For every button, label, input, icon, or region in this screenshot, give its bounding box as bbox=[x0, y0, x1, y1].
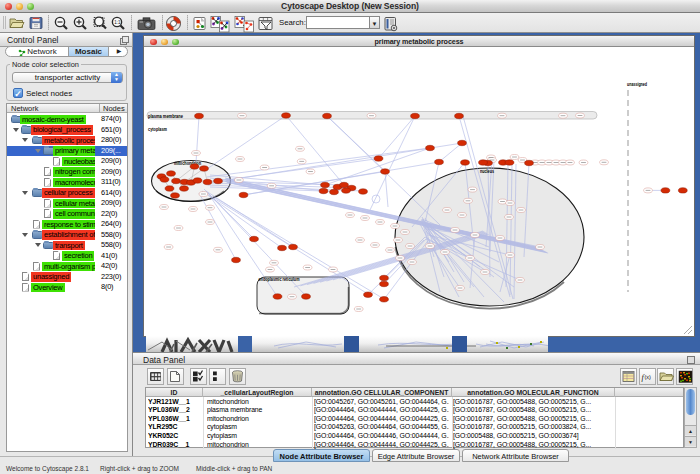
svg-text:unassigned: unassigned bbox=[627, 82, 647, 87]
svg-text:(x): (x) bbox=[645, 374, 652, 380]
svg-text:plasma membrane: plasma membrane bbox=[148, 114, 183, 119]
svg-text:cytoplasm: cytoplasm bbox=[148, 127, 167, 132]
svg-text:endoplasmic reticulum: endoplasmic reticulum bbox=[259, 277, 300, 282]
svg-text:nucleus: nucleus bbox=[480, 169, 494, 174]
svg-text:1:1: 1:1 bbox=[114, 20, 121, 25]
